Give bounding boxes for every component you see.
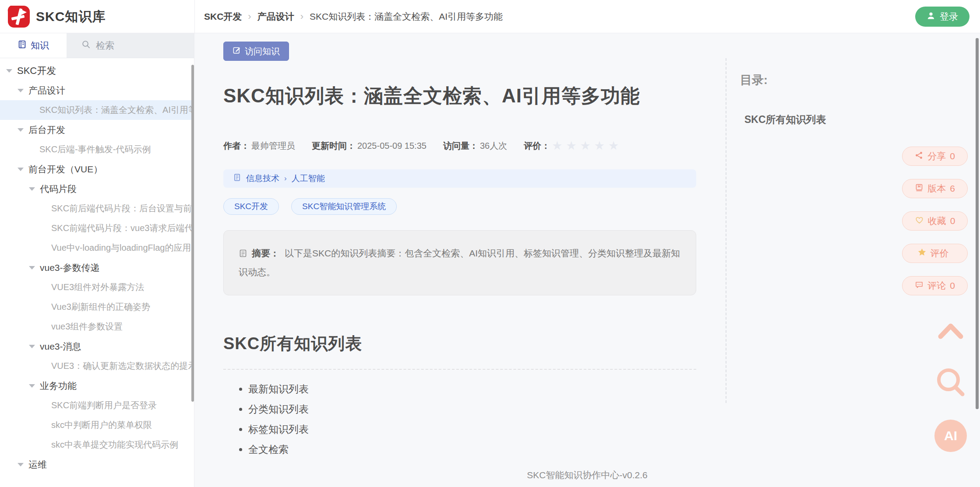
star-icon: ★ [608,140,619,152]
list-item: 最新知识列表 [239,379,309,399]
meta-rating: 评价： ★ ★ ★ ★ ★ [524,140,619,152]
star-icon [917,248,927,259]
tree-item[interactable]: VUE3：确认更新选定数据状态的提示框 [0,356,194,376]
summary-label: 摘要： [252,248,279,258]
chevron-right-icon: › [248,11,251,22]
sidebar-scrollbar[interactable] [191,65,194,402]
list-item: 标签知识列表 [239,419,309,439]
tree-item[interactable]: Vue中v-loading与loadingFlag的应用 [0,238,194,258]
edit-icon [233,46,241,56]
star-icon: ★ [594,140,605,152]
tags-row: SKC开发 SKC智能知识管理系统 [223,198,397,215]
tree-item[interactable]: SKC开发 [0,61,194,81]
tag[interactable]: SKC智能知识管理系统 [291,198,397,215]
comment-button[interactable]: 评论0 [902,276,968,295]
tree-item[interactable]: vue3-消息 [0,336,194,356]
bullet-list: 最新知识列表 分类知识列表 标签知识列表 全文检索 [239,379,309,459]
meta-author: 作者：最帅管理员 [223,140,295,152]
category-part[interactable]: 人工智能 [292,173,325,184]
user-icon [927,11,935,22]
share-icon [915,151,924,162]
category-icon [233,173,241,184]
list-item: 全文检索 [239,439,309,459]
article-actions: 分享0 版本6 收藏0 评价 评论0 [902,147,968,295]
summary-text: 以下是SKC的知识列表摘要：包含全文检索、AI知识引用、标签知识管理、分类知识整… [239,248,680,277]
search-icon [934,394,967,400]
app-root: SKC知识库 SKC开发 › 产品设计 › SKC知识列表：涵盖全文检索、AI引… [0,0,980,487]
tag[interactable]: SKC开发 [223,198,279,215]
tree-item[interactable]: skc中表单提交功能实现代码示例 [0,435,194,455]
ai-assistant-button[interactable]: AI [934,420,967,452]
breadcrumb-item[interactable]: 产品设计 [257,11,294,23]
tree-item[interactable]: 前台开发（VUE） [0,159,194,179]
tab-search[interactable]: 检索 [67,33,194,58]
tree-item[interactable]: skc中判断用户的菜单权限 [0,415,194,435]
chevron-up-icon [937,335,964,341]
page-title: SKC知识列表：涵盖全文检索、AI引用等多功能 [223,83,701,109]
tree-item[interactable]: SKC后端-事件触发-代码示例 [0,140,194,159]
tree-item[interactable]: 后台开发 [0,120,194,140]
document-icon [239,246,247,263]
caret-down-icon [29,345,35,348]
tab-knowledge-label: 知识 [31,39,49,52]
meta-updated: 更新时间：2025-05-09 15:35 [312,140,427,152]
rate-button[interactable]: 评价 [902,244,968,263]
caret-down-icon [29,266,35,270]
app-title: SKC知识库 [36,0,106,33]
breadcrumb: SKC开发 › 产品设计 › SKC知识列表：涵盖全文检索、AI引用等多功能 [204,0,503,33]
visit-knowledge-button[interactable]: 访问知识 [223,42,289,61]
search-placeholder: 检索 [96,39,114,52]
main-scrollbar[interactable] [976,38,979,409]
header: SKC知识库 SKC开发 › 产品设计 › SKC知识列表：涵盖全文检索、AI引… [0,0,980,33]
bullet-icon [239,448,242,451]
category-part[interactable]: 信息技术 [246,173,279,184]
bullet-icon [239,428,242,431]
tree-item[interactable]: 运维 [0,455,194,474]
knowledge-tree: SKC开发 产品设计 SKC知识列表：涵盖全文检索、AI引用等... 后台开发 … [0,58,194,474]
floating-toolbar: AI [932,322,969,452]
article-meta: 作者：最帅管理员 更新时间：2025-05-09 15:35 访问量：36人次 … [223,140,619,152]
tree-item[interactable]: vue3-参数传递 [0,258,194,277]
share-button[interactable]: 分享0 [902,147,968,166]
caret-down-icon [18,168,24,171]
sidebar-tabbar: 知识 检索 [0,33,194,58]
versions-button[interactable]: 版本6 [902,179,968,198]
toc-item[interactable]: SKC所有知识列表 [744,113,826,126]
chevron-right-icon: › [284,174,287,183]
tree-item[interactable]: 业务功能 [0,376,194,396]
star-icon: ★ [580,140,591,152]
back-to-top-button[interactable] [937,322,964,341]
favorite-button[interactable]: 收藏0 [902,211,968,231]
tree-item[interactable]: SKC前后端代码片段：后台设置与前... [0,199,194,218]
tab-knowledge[interactable]: 知识 [0,33,67,58]
tree-item[interactable]: VUE3组件对外暴露方法 [0,277,194,297]
tree-item[interactable]: Vue3刷新组件的正确姿势 [0,297,194,317]
summary-box: 摘要：以下是SKC的知识列表摘要：包含全文检索、AI知识引用、标签知识管理、分类… [223,230,696,295]
login-button[interactable]: 登录 [915,7,969,27]
star-icon: ★ [552,140,562,152]
caret-down-icon [18,89,24,92]
breadcrumb-item[interactable]: SKC开发 [204,11,242,23]
star-icon: ★ [566,140,576,152]
tree-item[interactable]: SKC前端代码片段：vue3请求后端代... [0,218,194,238]
chevron-right-icon: › [300,11,303,22]
section-heading: SKC所有知识列表 [223,333,362,355]
section-divider [223,369,696,370]
tree-item[interactable]: vue3组件参数设置 [0,317,194,336]
comment-icon [915,280,924,291]
sidebar: 知识 检索 SKC开发 产品设计 SKC知识列表：涵盖全文检索、AI引用等...… [0,33,194,487]
tree-item[interactable]: SKC前端判断用户是否登录 [0,396,194,415]
breadcrumb-item-current: SKC知识列表：涵盖全文检索、AI引用等多功能 [310,11,503,23]
book-icon [915,183,924,194]
caret-down-icon [29,187,35,191]
caret-down-icon [29,384,35,388]
category-path[interactable]: 信息技术 › 人工智能 [223,169,696,188]
tree-item[interactable]: 产品设计 [0,81,194,100]
tree-item[interactable]: 代码片段 [0,179,194,199]
tree-item-selected[interactable]: SKC知识列表：涵盖全文检索、AI引用等... [0,100,194,120]
app-logo-icon [7,5,31,28]
search-float-button[interactable] [934,367,967,400]
list-item: 分类知识列表 [239,399,309,419]
footer-version: SKC智能知识协作中心-v0.2.6 [194,469,980,481]
heart-icon [915,215,924,227]
